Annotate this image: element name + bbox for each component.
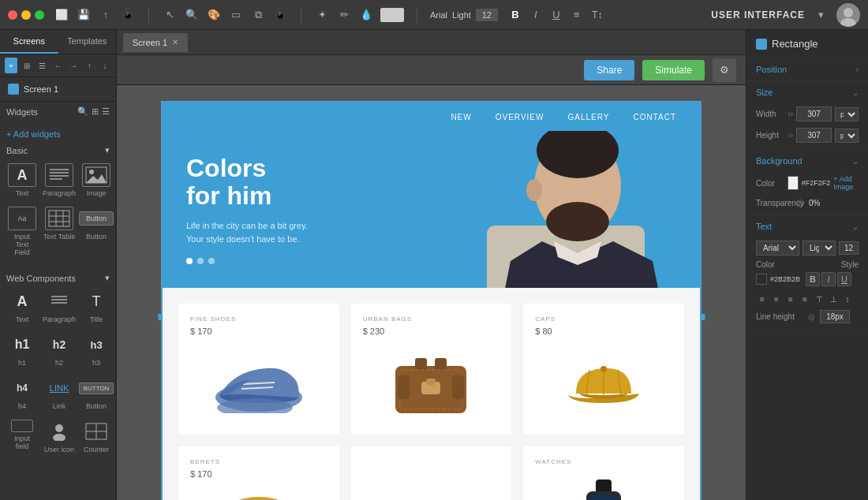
simulate-button[interactable]: Simulate bbox=[642, 60, 705, 80]
nav-new[interactable]: NEW bbox=[451, 113, 471, 121]
devices-icon[interactable]: 📱 bbox=[120, 7, 136, 23]
text-align-icon[interactable]: ≡ bbox=[569, 7, 585, 23]
list-view-icon[interactable]: ☰ bbox=[102, 106, 110, 117]
dropdown-arrow-icon[interactable]: ▾ bbox=[813, 7, 829, 23]
hero-dot-2[interactable] bbox=[197, 258, 204, 264]
web-widget-button[interactable]: BUTTON Button bbox=[80, 373, 112, 413]
canvas-viewport[interactable]: NEW OVERVIEW GALLERY CONTACT Colorsfor h… bbox=[117, 85, 746, 500]
widget-input-text[interactable]: Aa Input Text Field bbox=[6, 203, 38, 259]
web-widget-h3[interactable]: h3 h3 bbox=[80, 330, 112, 370]
share-button[interactable]: Share bbox=[584, 60, 634, 80]
width-unit-select[interactable]: px % bbox=[835, 107, 859, 121]
color-swatch-icon[interactable] bbox=[380, 8, 404, 22]
canvas-tab-close-icon[interactable]: ✕ bbox=[172, 38, 178, 47]
nav-overview[interactable]: OVERVIEW bbox=[496, 113, 544, 121]
italic-icon[interactable]: I bbox=[528, 7, 544, 23]
text-color-swatch[interactable] bbox=[756, 274, 767, 285]
color-picker-icon[interactable]: 💧 bbox=[358, 7, 374, 23]
search-icon[interactable]: 🔍 bbox=[184, 7, 200, 23]
height-unit-select[interactable]: px % bbox=[835, 129, 859, 143]
align-top-icon[interactable]: ⊤ bbox=[813, 293, 825, 305]
widget-text-table[interactable]: Text Table bbox=[41, 203, 77, 259]
paint-icon[interactable]: 🎨 bbox=[206, 7, 222, 23]
align-bottom-icon[interactable]: ↕ bbox=[841, 293, 854, 305]
add-image-button[interactable]: + Add Image bbox=[833, 175, 859, 191]
back-btn[interactable]: ← bbox=[52, 58, 65, 73]
font-style-select[interactable]: Light bbox=[803, 241, 836, 256]
canvas-tab-screen1[interactable]: Screen 1 ✕ bbox=[123, 33, 188, 52]
screen-grid-btn[interactable]: ⊞ bbox=[21, 58, 33, 73]
minimize-dot[interactable] bbox=[21, 10, 31, 20]
add-screen-btn[interactable]: + bbox=[5, 58, 17, 73]
italic-button[interactable]: I bbox=[821, 272, 836, 286]
font-size-input-props[interactable] bbox=[839, 241, 859, 255]
widget-image[interactable]: Image bbox=[80, 160, 112, 200]
new-icon[interactable]: ⬜ bbox=[54, 7, 69, 23]
nav-contact[interactable]: CONTACT bbox=[633, 113, 676, 121]
web-components-collapse-icon[interactable]: ▾ bbox=[105, 273, 110, 283]
line-height-decrease-icon[interactable]: ◎ bbox=[808, 312, 815, 321]
text-section-header[interactable]: Text ⌄ bbox=[746, 215, 868, 237]
hero-dot-1[interactable] bbox=[186, 258, 193, 264]
down-btn[interactable]: ↓ bbox=[99, 58, 111, 73]
user-avatar[interactable] bbox=[836, 3, 860, 27]
web-widget-input-field[interactable]: Input field bbox=[6, 416, 38, 457]
close-dot[interactable] bbox=[8, 10, 17, 20]
bold-button[interactable]: B bbox=[806, 272, 820, 286]
web-widget-counter[interactable]: Counter bbox=[80, 416, 112, 457]
bold-icon[interactable]: B bbox=[507, 7, 523, 23]
height-decrement-icon[interactable]: ‹› bbox=[788, 131, 793, 140]
font-size-input[interactable] bbox=[476, 9, 498, 21]
web-widget-paragraph[interactable]: Paragraph bbox=[41, 286, 77, 326]
tab-templates[interactable]: Templates bbox=[58, 30, 117, 54]
copy-icon[interactable]: ⧉ bbox=[250, 7, 266, 23]
nav-gallery[interactable]: GALLERY bbox=[567, 113, 609, 121]
search-widgets-icon[interactable]: 🔍 bbox=[77, 106, 88, 117]
widget-button[interactable]: Button Button bbox=[80, 203, 112, 259]
add-widgets-button[interactable]: + Add widgets bbox=[0, 126, 116, 142]
basic-collapse-icon[interactable]: ▾ bbox=[105, 145, 110, 155]
web-widget-text[interactable]: A Text bbox=[6, 286, 38, 326]
widget-text[interactable]: A Text bbox=[6, 160, 38, 200]
tab-screens[interactable]: Screens bbox=[0, 30, 58, 54]
pen-icon[interactable]: ✏ bbox=[336, 7, 352, 23]
align-center-icon[interactable]: ≡ bbox=[770, 293, 783, 305]
mobile-icon[interactable]: 📱 bbox=[272, 7, 288, 23]
settings-button[interactable]: ⚙ bbox=[713, 58, 736, 82]
maximize-dot[interactable] bbox=[35, 10, 44, 20]
grid-view-icon[interactable]: ⊞ bbox=[92, 106, 99, 117]
width-input[interactable] bbox=[796, 106, 832, 121]
web-widget-h2[interactable]: h2 h2 bbox=[41, 330, 77, 370]
cursor-icon[interactable]: ↖ bbox=[162, 7, 178, 23]
screen-item[interactable]: Screen 1 bbox=[0, 77, 116, 101]
size-section-header[interactable]: Size ⌄ bbox=[746, 81, 868, 103]
height-input[interactable] bbox=[796, 128, 832, 143]
web-widget-h1[interactable]: h1 h1 bbox=[6, 330, 38, 370]
align-right-icon[interactable]: ≡ bbox=[784, 293, 797, 305]
web-widget-link[interactable]: LINK Link bbox=[41, 373, 77, 413]
screen-list-btn[interactable]: ☰ bbox=[36, 58, 49, 73]
align-left-icon[interactable]: ≡ bbox=[756, 293, 769, 305]
hero-dot-3[interactable] bbox=[208, 258, 215, 264]
width-decrement-icon[interactable]: ‹› bbox=[788, 110, 793, 118]
background-section-header[interactable]: Background ⌄ bbox=[746, 150, 868, 172]
underline-icon[interactable]: U bbox=[548, 7, 564, 23]
web-widget-h4[interactable]: h4 h4 bbox=[6, 373, 38, 413]
underline-button[interactable]: U bbox=[837, 272, 851, 286]
up-btn[interactable]: ↑ bbox=[83, 58, 95, 73]
web-widget-user-icon[interactable]: User icon bbox=[41, 416, 77, 457]
save-icon[interactable]: 💾 bbox=[76, 7, 92, 23]
forward-btn[interactable]: → bbox=[67, 58, 80, 73]
transparency-decrease-icon[interactable]: ◎ bbox=[796, 197, 804, 208]
font-family-select[interactable]: Arial bbox=[756, 241, 799, 256]
export-icon[interactable]: ↑ bbox=[98, 7, 114, 23]
line-height-input[interactable] bbox=[820, 310, 850, 323]
align-middle-icon[interactable]: ⊥ bbox=[827, 293, 840, 305]
bg-color-swatch[interactable] bbox=[788, 176, 798, 190]
web-widget-title[interactable]: T Title bbox=[80, 286, 112, 326]
text-format-icon[interactable]: T↕ bbox=[589, 7, 605, 23]
position-section-header[interactable]: Position › bbox=[746, 58, 868, 80]
align-justify-icon[interactable]: ≡ bbox=[799, 293, 811, 305]
shapes-icon[interactable]: ▭ bbox=[228, 7, 244, 23]
widget-paragraph[interactable]: Paragraph bbox=[41, 160, 77, 200]
